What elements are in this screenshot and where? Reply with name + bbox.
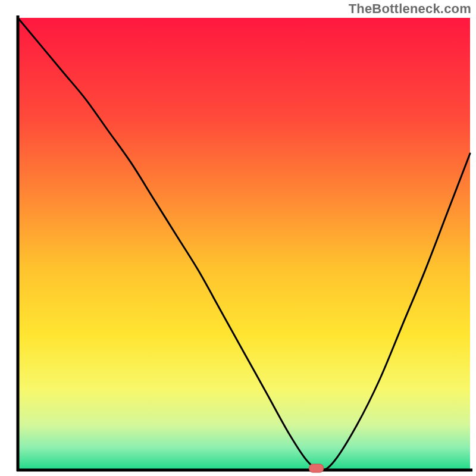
min-marker: [309, 464, 324, 472]
bottleneck-chart: [0, 0, 476, 476]
plot-background: [18, 18, 470, 470]
chart-stage: TheBottleneck.com: [0, 0, 476, 476]
watermark-text: TheBottleneck.com: [349, 1, 471, 17]
